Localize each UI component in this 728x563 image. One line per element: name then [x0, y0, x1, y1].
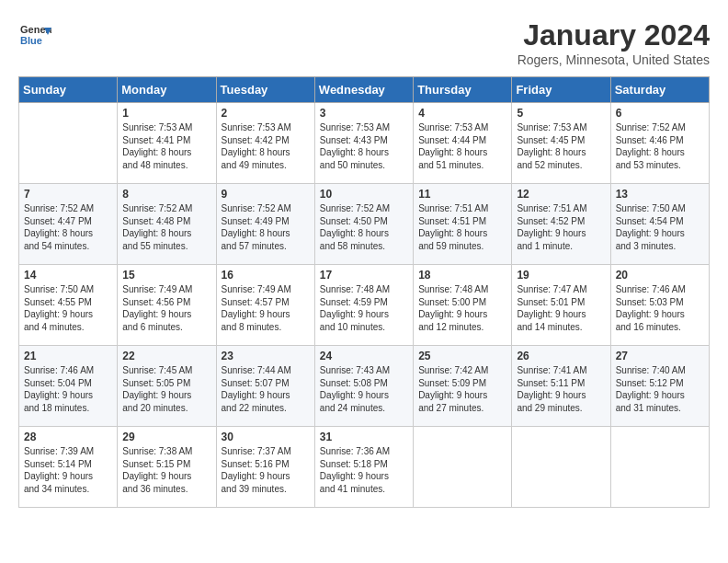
calendar-cell: 22Sunrise: 7:45 AM Sunset: 5:05 PM Dayli… [118, 346, 216, 427]
day-number: 17 [320, 269, 408, 282]
day-content: Sunrise: 7:41 AM Sunset: 5:11 PM Dayligh… [517, 364, 605, 414]
calendar-cell: 2Sunrise: 7:53 AM Sunset: 4:42 PM Daylig… [216, 103, 314, 184]
day-number: 31 [320, 431, 408, 443]
day-number: 18 [418, 269, 506, 282]
calendar-week-5: 28Sunrise: 7:39 AM Sunset: 5:14 PM Dayli… [19, 427, 710, 508]
calendar-cell [19, 103, 118, 184]
svg-text:Blue: Blue [20, 35, 42, 46]
day-content: Sunrise: 7:49 AM Sunset: 4:57 PM Dayligh… [222, 283, 310, 333]
day-header-sunday: Sunday [19, 77, 118, 103]
calendar-cell: 4Sunrise: 7:53 AM Sunset: 4:44 PM Daylig… [414, 103, 512, 184]
calendar-week-4: 21Sunrise: 7:46 AM Sunset: 5:04 PM Dayli… [19, 346, 710, 427]
day-number: 30 [222, 431, 310, 443]
calendar-cell: 14Sunrise: 7:50 AM Sunset: 4:55 PM Dayli… [19, 265, 118, 346]
calendar-cell: 18Sunrise: 7:48 AM Sunset: 5:00 PM Dayli… [414, 265, 512, 346]
day-number: 22 [122, 350, 210, 362]
day-content: Sunrise: 7:50 AM Sunset: 4:55 PM Dayligh… [24, 283, 112, 333]
day-number: 4 [418, 107, 506, 120]
day-content: Sunrise: 7:53 AM Sunset: 4:44 PM Dayligh… [418, 121, 506, 171]
day-header-monday: Monday [118, 77, 216, 103]
day-header-tuesday: Tuesday [216, 77, 314, 103]
day-content: Sunrise: 7:49 AM Sunset: 4:56 PM Dayligh… [122, 283, 210, 333]
day-number: 1 [122, 107, 210, 120]
calendar-cell: 12Sunrise: 7:51 AM Sunset: 4:52 PM Dayli… [512, 184, 610, 265]
day-content: Sunrise: 7:53 AM Sunset: 4:41 PM Dayligh… [122, 121, 210, 171]
day-content: Sunrise: 7:51 AM Sunset: 4:52 PM Dayligh… [517, 202, 605, 252]
day-content: Sunrise: 7:46 AM Sunset: 5:04 PM Dayligh… [24, 364, 112, 414]
calendar-cell: 15Sunrise: 7:49 AM Sunset: 4:56 PM Dayli… [118, 265, 216, 346]
page-header: General Blue January 2024 Rogers, Minnes… [18, 18, 710, 67]
day-header-thursday: Thursday [414, 77, 512, 103]
calendar-cell: 6Sunrise: 7:52 AM Sunset: 4:46 PM Daylig… [610, 103, 709, 184]
day-content: Sunrise: 7:53 AM Sunset: 4:43 PM Dayligh… [320, 121, 408, 171]
title-block: January 2024 Rogers, Minnesota, United S… [518, 18, 710, 67]
day-content: Sunrise: 7:46 AM Sunset: 5:03 PM Dayligh… [616, 283, 704, 333]
calendar-cell: 29Sunrise: 7:38 AM Sunset: 5:15 PM Dayli… [118, 427, 216, 508]
day-number: 11 [418, 188, 506, 201]
day-content: Sunrise: 7:44 AM Sunset: 5:07 PM Dayligh… [222, 364, 310, 414]
calendar-cell: 27Sunrise: 7:40 AM Sunset: 5:12 PM Dayli… [610, 346, 709, 427]
day-header-saturday: Saturday [610, 77, 709, 103]
day-content: Sunrise: 7:36 AM Sunset: 5:18 PM Dayligh… [320, 445, 408, 495]
calendar-body: 1Sunrise: 7:53 AM Sunset: 4:41 PM Daylig… [19, 103, 710, 508]
calendar-cell: 8Sunrise: 7:52 AM Sunset: 4:48 PM Daylig… [118, 184, 216, 265]
calendar-cell: 9Sunrise: 7:52 AM Sunset: 4:49 PM Daylig… [216, 184, 314, 265]
calendar-cell: 10Sunrise: 7:52 AM Sunset: 4:50 PM Dayli… [314, 184, 413, 265]
logo: General Blue [18, 18, 51, 52]
logo-icon: General Blue [18, 18, 51, 52]
calendar-cell: 3Sunrise: 7:53 AM Sunset: 4:43 PM Daylig… [314, 103, 413, 184]
day-number: 23 [222, 350, 310, 362]
day-content: Sunrise: 7:51 AM Sunset: 4:51 PM Dayligh… [418, 202, 506, 252]
day-content: Sunrise: 7:40 AM Sunset: 5:12 PM Dayligh… [616, 364, 704, 414]
day-number: 19 [517, 269, 605, 282]
calendar-cell: 28Sunrise: 7:39 AM Sunset: 5:14 PM Dayli… [19, 427, 118, 508]
calendar-cell: 31Sunrise: 7:36 AM Sunset: 5:18 PM Dayli… [314, 427, 413, 508]
calendar-cell: 16Sunrise: 7:49 AM Sunset: 4:57 PM Dayli… [216, 265, 314, 346]
day-content: Sunrise: 7:52 AM Sunset: 4:48 PM Dayligh… [122, 202, 210, 252]
day-content: Sunrise: 7:52 AM Sunset: 4:49 PM Dayligh… [222, 202, 310, 252]
calendar-cell: 20Sunrise: 7:46 AM Sunset: 5:03 PM Dayli… [610, 265, 709, 346]
day-content: Sunrise: 7:50 AM Sunset: 4:54 PM Dayligh… [616, 202, 704, 252]
day-number: 26 [517, 350, 605, 362]
day-number: 24 [320, 350, 408, 362]
calendar-cell: 21Sunrise: 7:46 AM Sunset: 5:04 PM Dayli… [19, 346, 118, 427]
page-subtitle: Rogers, Minnesota, United States [518, 52, 710, 67]
day-number: 10 [320, 188, 408, 201]
calendar-week-1: 1Sunrise: 7:53 AM Sunset: 4:41 PM Daylig… [19, 103, 710, 184]
day-number: 15 [122, 269, 210, 282]
calendar-cell [512, 427, 610, 508]
calendar-cell [610, 427, 709, 508]
day-number: 16 [222, 269, 310, 282]
day-header-friday: Friday [512, 77, 610, 103]
day-number: 25 [418, 350, 506, 362]
page-title: January 2024 [518, 18, 710, 52]
day-number: 9 [222, 188, 310, 201]
day-content: Sunrise: 7:38 AM Sunset: 5:15 PM Dayligh… [122, 445, 210, 495]
calendar-week-3: 14Sunrise: 7:50 AM Sunset: 4:55 PM Dayli… [19, 265, 710, 346]
calendar-header-row: SundayMondayTuesdayWednesdayThursdayFrid… [19, 77, 710, 103]
calendar-week-2: 7Sunrise: 7:52 AM Sunset: 4:47 PM Daylig… [19, 184, 710, 265]
day-content: Sunrise: 7:47 AM Sunset: 5:01 PM Dayligh… [517, 283, 605, 333]
day-number: 27 [616, 350, 704, 362]
day-number: 6 [616, 107, 704, 120]
day-content: Sunrise: 7:48 AM Sunset: 4:59 PM Dayligh… [320, 283, 408, 333]
day-header-wednesday: Wednesday [314, 77, 413, 103]
day-content: Sunrise: 7:48 AM Sunset: 5:00 PM Dayligh… [418, 283, 506, 333]
day-content: Sunrise: 7:52 AM Sunset: 4:46 PM Dayligh… [616, 121, 704, 171]
calendar-cell: 24Sunrise: 7:43 AM Sunset: 5:08 PM Dayli… [314, 346, 413, 427]
day-content: Sunrise: 7:53 AM Sunset: 4:45 PM Dayligh… [517, 121, 605, 171]
day-number: 13 [616, 188, 704, 201]
calendar-table: SundayMondayTuesdayWednesdayThursdayFrid… [18, 76, 710, 508]
day-number: 21 [24, 350, 112, 362]
day-number: 14 [24, 269, 112, 282]
day-number: 3 [320, 107, 408, 120]
day-number: 8 [122, 188, 210, 201]
calendar-cell: 23Sunrise: 7:44 AM Sunset: 5:07 PM Dayli… [216, 346, 314, 427]
day-number: 5 [517, 107, 605, 120]
day-content: Sunrise: 7:39 AM Sunset: 5:14 PM Dayligh… [24, 445, 112, 495]
calendar-cell [414, 427, 512, 508]
calendar-cell: 30Sunrise: 7:37 AM Sunset: 5:16 PM Dayli… [216, 427, 314, 508]
calendar-cell: 1Sunrise: 7:53 AM Sunset: 4:41 PM Daylig… [118, 103, 216, 184]
day-content: Sunrise: 7:42 AM Sunset: 5:09 PM Dayligh… [418, 364, 506, 414]
calendar-cell: 17Sunrise: 7:48 AM Sunset: 4:59 PM Dayli… [314, 265, 413, 346]
